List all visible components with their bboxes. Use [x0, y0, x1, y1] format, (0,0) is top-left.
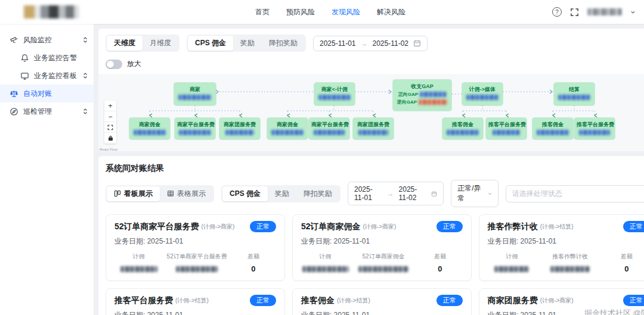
- flow-node-merchant-commission[interactable]: 商家佣金: [129, 118, 170, 139]
- card-business-date: 业务日期: 2025-11-01: [114, 310, 276, 315]
- react-flow-attribution[interactable]: React Flow: [100, 148, 117, 151]
- date-range-picker[interactable]: 2025-11-01 → 2025-11-02: [313, 36, 428, 51]
- process-status-select[interactable]: 请选择处理状态: [506, 185, 644, 202]
- flow-node-merchant-group-fee[interactable]: 商家团服务费: [353, 118, 394, 139]
- col-label: 计佣: [114, 252, 163, 261]
- recon-card: 52订单商家平台服务费 (计佣->商家) 正常 业务日期: 2025-11-01…: [106, 214, 285, 281]
- sidebar-item-risk-monitor[interactable]: 风险监控: [0, 31, 94, 49]
- masked-value: [225, 130, 254, 135]
- flow-node-merchant-platform-fee[interactable]: 商家平台服务费: [175, 118, 215, 139]
- flow-node-settlement[interactable]: 结算: [554, 83, 595, 105]
- flow-node-merchant-platform-fee[interactable]: 商家平台服务费: [309, 118, 349, 139]
- flow-node-label: 商家<-计佣: [317, 86, 352, 93]
- chevron-down-icon[interactable]: [630, 10, 636, 15]
- top-bar: 首页 预防风险 发现风险 解决风险 ?: [0, 0, 644, 24]
- status-badge: 正常: [250, 221, 276, 232]
- status-badge: 正常: [436, 295, 463, 306]
- fee-type-reward-button[interactable]: 奖励: [233, 36, 262, 51]
- masked-value: [558, 95, 590, 100]
- masked-value: [358, 130, 388, 135]
- recon-card: 推客佣金 (计佣->结算) 正常 业务日期: 2025-11-01 计佣 推客佣…: [292, 288, 472, 315]
- col-label: 推客作弊计收: [536, 252, 604, 261]
- fee-type-deduction-button-2[interactable]: 降扣奖励: [296, 186, 339, 201]
- masked-value: [494, 266, 529, 272]
- fullscreen-icon[interactable]: [570, 8, 579, 17]
- compass-icon: [10, 107, 18, 116]
- date-end: 2025-11-02: [399, 185, 427, 202]
- card-business-date: 业务日期: 2025-11-01: [488, 236, 644, 247]
- masked-value: [358, 266, 408, 272]
- masked-value: [447, 130, 479, 135]
- masked-value: [178, 95, 212, 100]
- scale-icon: [10, 89, 18, 98]
- dimension-month-button[interactable]: 月维度: [143, 36, 178, 51]
- sidebar-item-monitor-alerts[interactable]: 业务监控告警: [0, 49, 94, 67]
- masked-value: [271, 130, 304, 135]
- fee-type-cps-button-2[interactable]: CPS 佣金: [222, 186, 268, 201]
- fee-type-reward-button-2[interactable]: 奖励: [268, 186, 296, 201]
- col-label: 差额: [231, 252, 276, 261]
- fee-type-segmented-control: CPS 佣金 奖励 降扣奖励: [187, 35, 306, 52]
- fit-view-button[interactable]: [104, 122, 116, 133]
- cctv-icon: [10, 36, 18, 45]
- card-flow-direction: (计佣->结算): [175, 297, 209, 305]
- status-badge: 正常: [623, 221, 644, 232]
- nav-resolve-risk[interactable]: 解决风险: [377, 7, 405, 17]
- nav-discover-risk[interactable]: 发现风险: [332, 7, 360, 17]
- user-name-masked: [587, 8, 622, 15]
- reconciliation-flow-panel: 天维度 月维度 CPS 佣金 奖励 降扣奖励 2025-11-01 → 2025…: [98, 29, 644, 151]
- flow-node-merchant-commission[interactable]: 商家佣金: [267, 118, 308, 139]
- sidebar: 风险监控 业务监控告警 业务监控看板 自动对账 巡检管理: [0, 24, 94, 315]
- enlarge-toggle[interactable]: [106, 60, 122, 69]
- flow-node-gap[interactable]: 收支GAP 正向GAP 逆向GAP: [393, 80, 451, 111]
- nav-prevent-risk[interactable]: 预防风险: [286, 7, 315, 17]
- flow-node-label: 计佣->媒体: [465, 86, 500, 93]
- fee-type-deduction-button[interactable]: 降扣奖励: [262, 36, 305, 51]
- sidebar-item-label: 自动对账: [23, 89, 88, 99]
- col-label: 差额: [417, 252, 463, 261]
- sidebar-item-monitor-dashboard[interactable]: 业务监控看板: [0, 67, 94, 85]
- help-icon[interactable]: ?: [552, 7, 562, 17]
- flow-node-merchant-group-fee[interactable]: 商家团服务费: [219, 118, 260, 139]
- flow-node-promoter-platform-fee[interactable]: 推客平台服务费: [486, 118, 527, 139]
- flow-node-commission-to-media[interactable]: 计佣->媒体: [462, 83, 503, 105]
- flow-node-merchant[interactable]: 商家: [174, 83, 216, 105]
- masked-value: [550, 266, 590, 272]
- flow-node-merchant-from-commission[interactable]: 商家<-计佣: [314, 83, 355, 105]
- flow-node-promoter-commission[interactable]: 推客佣金: [532, 118, 573, 139]
- bell-icon: [20, 54, 29, 63]
- results-date-range-picker[interactable]: 2025-11-01 → 2025-11-02: [348, 182, 444, 205]
- flow-controls: + −: [104, 101, 116, 144]
- col-label: 52订单商家佣金: [349, 252, 417, 261]
- flow-node-label: 商家团服务费: [355, 121, 391, 128]
- watermark: 掘金技术社区 @陈卫凯: [584, 308, 644, 315]
- flow-node-label: 推客佣金: [535, 121, 571, 128]
- card-title: 推客佣金: [301, 295, 335, 306]
- lock-button[interactable]: [104, 133, 116, 144]
- expand-caret-icon: [83, 36, 88, 43]
- zoom-out-button[interactable]: −: [104, 111, 116, 122]
- flow-node-label: 商家平台服务费: [311, 121, 347, 128]
- sidebar-item-auto-reconciliation[interactable]: 自动对账: [0, 85, 94, 102]
- sidebar-item-label: 风险监控: [23, 35, 78, 45]
- nav-home[interactable]: 首页: [255, 7, 270, 17]
- date-start: 2025-11-01: [320, 39, 356, 48]
- masked-value: [120, 266, 157, 272]
- masked-value: [420, 92, 446, 97]
- negative-gap-label: 逆向GAP: [397, 99, 417, 105]
- board-view-button[interactable]: 看板展示: [107, 186, 160, 201]
- results-title: 系统间对账结果: [106, 163, 644, 174]
- dimension-day-button[interactable]: 天维度: [107, 36, 143, 51]
- zoom-in-button[interactable]: +: [104, 101, 116, 111]
- table-view-button[interactable]: 表格展示: [160, 186, 213, 201]
- flow-node-label: 收支GAP: [395, 83, 449, 90]
- status-select[interactable]: 正常/异常: [451, 180, 499, 207]
- recon-card: 推客作弊计收 (计佣->结算) 正常 业务日期: 2025-11-01 计佣 推…: [479, 214, 644, 281]
- card-business-date: 业务日期: 2025-11-01: [114, 236, 276, 247]
- sidebar-item-inspection[interactable]: 巡检管理: [0, 102, 94, 120]
- flow-node-promoter-platform-fee[interactable]: 推客平台服务费: [574, 118, 615, 139]
- fee-type-cps-button[interactable]: CPS 佣金: [188, 36, 233, 51]
- status-badge: 正常: [436, 221, 463, 232]
- flow-node-promoter-commission[interactable]: 推客佣金: [442, 118, 483, 139]
- reconciliation-flow-canvas[interactable]: 商家 商家<-计佣 收支GAP 正向GAP 逆向GAP 计佣->媒体: [98, 74, 644, 151]
